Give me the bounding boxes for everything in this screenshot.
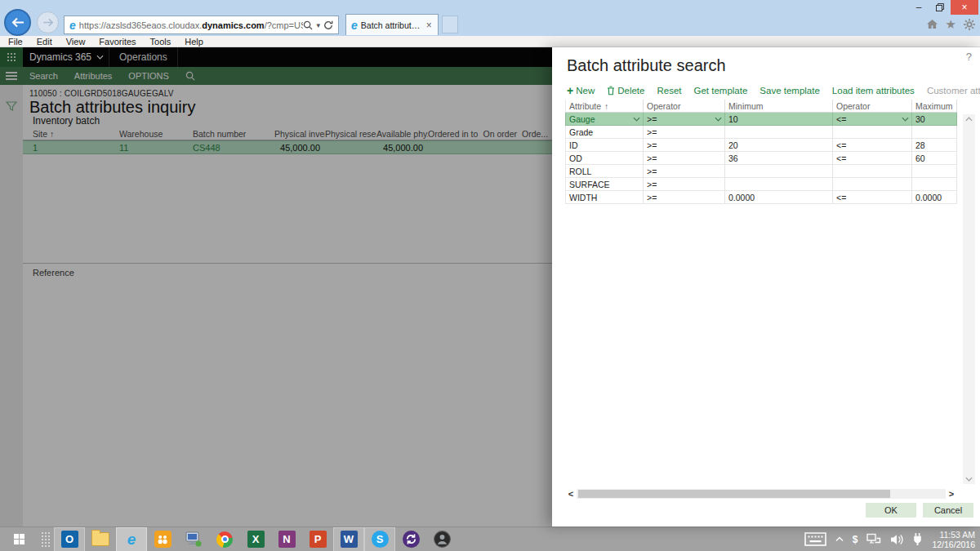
browser-menubar: File Edit View Favorites Tools Help — [0, 36, 980, 47]
customer-attributes-button: Customer attributes — [927, 86, 980, 96]
app-pane: Dynamics 365 Operations Search Attribute… — [0, 47, 552, 527]
touch-keyboard-icon[interactable] — [804, 532, 826, 546]
volume-icon[interactable] — [890, 534, 903, 545]
new-button[interactable]: +New — [567, 85, 595, 96]
cancel-button[interactable]: Cancel — [923, 503, 973, 518]
menu-file[interactable]: File — [8, 37, 23, 47]
taskbar-word-icon[interactable]: W — [334, 528, 363, 551]
refresh-icon[interactable] — [323, 20, 333, 30]
scroll-right-icon[interactable]: > — [946, 489, 957, 499]
save-template-button[interactable]: Save template — [760, 86, 820, 96]
new-tab-button[interactable] — [442, 16, 458, 33]
menu-view[interactable]: View — [66, 37, 86, 47]
taskbar: O e X N P W S $ — [0, 527, 980, 551]
taskbar-outlook-icon[interactable]: O — [55, 528, 84, 551]
taskbar-internet-explorer-icon[interactable]: e — [117, 528, 146, 551]
show-hidden-icons-button[interactable] — [835, 536, 844, 542]
attribute-row-od[interactable]: OD >= 36 <= 60 — [565, 152, 957, 165]
menu-edit[interactable]: Edit — [37, 37, 52, 47]
batch-attribute-search-dialog: ? Batch attribute search +New Delete Res… — [552, 47, 980, 527]
col-attribute[interactable]: Attribute↑ — [565, 100, 644, 113]
chevron-down-icon[interactable] — [715, 117, 722, 122]
windows-logo-icon — [14, 534, 24, 544]
search-dropdown-caret-icon[interactable]: ▾ — [316, 21, 320, 29]
browser-titlebar: e https://azslsd365eaos.cloudax.dynamics… — [0, 0, 980, 36]
attribute-row-grade[interactable]: Grade >= — [565, 126, 957, 139]
menu-help[interactable]: Help — [185, 37, 203, 47]
forward-arrow-icon — [42, 18, 54, 27]
tray-time: 11:53 AM — [932, 530, 975, 540]
taskbar-divider — [41, 531, 51, 548]
attribute-row-gauge[interactable]: Gauge >= 10 <= 30 — [565, 113, 957, 126]
tray-date: 12/16/2016 — [932, 540, 975, 549]
taskbar-file-explorer-icon[interactable] — [86, 528, 115, 551]
taskbar-excel-icon[interactable]: X — [241, 528, 270, 551]
tray-clock[interactable]: 11:53 AM 12/16/2016 — [932, 530, 975, 549]
load-item-attributes-button[interactable]: Load item attributes — [832, 86, 915, 96]
scrollbar-track[interactable] — [577, 489, 946, 499]
horizontal-scrollbar[interactable]: < > — [565, 488, 957, 500]
plus-icon: + — [567, 85, 573, 96]
favorites-star-icon[interactable]: ★ — [946, 18, 956, 30]
scroll-down-icon[interactable] — [965, 477, 973, 482]
chevron-down-icon[interactable] — [633, 117, 640, 122]
attribute-row-id[interactable]: ID >= 20 <= 28 — [565, 139, 957, 152]
power-plug-icon[interactable] — [912, 533, 923, 545]
vertical-scrollbar[interactable] — [963, 114, 975, 484]
col-minimum[interactable]: Minimum — [725, 100, 833, 113]
taskbar-chrome-icon[interactable] — [210, 528, 239, 551]
table-header-row: Attribute↑ Operator Minimum Operator Max… — [565, 100, 957, 113]
window-minimize-button[interactable]: – — [908, 0, 929, 15]
tab-title: Batch attributes inquiry -- ... — [361, 20, 425, 30]
taskbar-remote-desktop-icon[interactable] — [179, 528, 208, 551]
taskbar-powerpoint-icon[interactable]: P — [303, 528, 332, 551]
attribute-search-table: Attribute↑ Operator Minimum Operator Max… — [565, 100, 957, 204]
attribute-row-roll[interactable]: ROLL >= — [565, 165, 957, 178]
trash-icon — [607, 86, 615, 96]
taskbar-sync-app-icon[interactable] — [396, 528, 425, 551]
taskbar-dynamics-people-icon[interactable] — [148, 528, 177, 551]
search-icon[interactable] — [303, 20, 313, 30]
address-bar[interactable]: e https://azslsd365eaos.cloudax.dynamics… — [64, 16, 339, 34]
settings-gear-icon[interactable] — [964, 19, 975, 30]
attribute-row-width[interactable]: WIDTH >= 0.0000 <= 0.0000 — [565, 191, 957, 204]
network-icon[interactable] — [866, 533, 881, 545]
window-restore-button[interactable] — [929, 0, 951, 15]
col-maximum[interactable]: Maximum — [912, 100, 957, 113]
col-operator-max[interactable]: Operator — [833, 100, 912, 113]
home-icon[interactable] — [926, 19, 938, 29]
modal-dim-overlay — [0, 47, 552, 527]
browser-forward-button[interactable] — [37, 11, 59, 33]
get-template-button[interactable]: Get template — [694, 86, 748, 96]
back-arrow-icon — [11, 17, 24, 28]
taskbar-skype-icon[interactable]: S — [365, 528, 394, 551]
dialog-toolbar: +New Delete Reset Get template Save temp… — [567, 85, 980, 96]
scrollbar-thumb[interactable] — [578, 490, 890, 498]
delete-button[interactable]: Delete — [607, 86, 644, 96]
screen: e https://azslsd365eaos.cloudax.dynamics… — [0, 0, 980, 551]
dialog-title: Batch attribute search — [567, 56, 726, 75]
menu-favorites[interactable]: Favorites — [99, 37, 136, 47]
start-button[interactable] — [0, 527, 38, 551]
attribute-row-surface[interactable]: SURFACE >= — [565, 178, 957, 191]
ok-button[interactable]: OK — [866, 503, 916, 518]
scroll-left-icon[interactable]: < — [565, 489, 577, 499]
tray-dollar-icon[interactable]: $ — [853, 534, 858, 545]
scroll-up-icon[interactable] — [965, 117, 973, 122]
taskbar-profile-app-icon[interactable] — [427, 528, 457, 551]
browser-back-button[interactable] — [4, 9, 31, 36]
url-text: https://azslsd365eaos.cloudax.dynamics.c… — [79, 20, 304, 30]
reset-button[interactable]: Reset — [657, 86, 681, 96]
browser-viewport: Dynamics 365 Operations Search Attribute… — [0, 47, 980, 527]
window-close-button[interactable]: × — [951, 0, 978, 15]
chevron-down-icon[interactable] — [902, 117, 909, 122]
restore-icon — [936, 3, 944, 11]
ie-page-icon: e — [69, 19, 76, 32]
menu-tools[interactable]: Tools — [150, 37, 172, 47]
help-button[interactable]: ? — [966, 51, 972, 63]
col-operator-min[interactable]: Operator — [644, 100, 725, 113]
tab-close-icon[interactable]: × — [426, 20, 432, 31]
ie-tab-icon: e — [351, 19, 358, 32]
browser-tab[interactable]: e Batch attributes inquiry -- ... × — [345, 14, 439, 35]
taskbar-onenote-icon[interactable]: N — [272, 528, 301, 551]
